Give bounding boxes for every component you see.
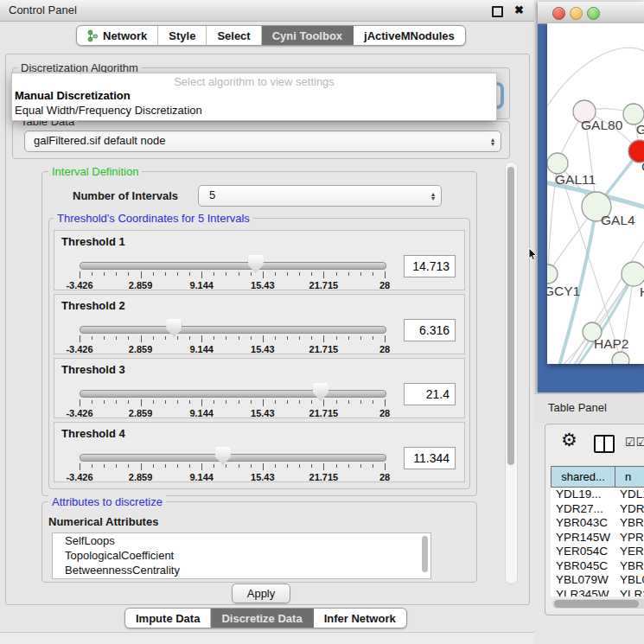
cell-name[interactable]: YDL1 xyxy=(615,488,644,502)
cell-name[interactable]: YPR1 xyxy=(615,531,644,545)
network-canvas[interactable]: GAL80GACGAL11GAL4GCY1HHAP2 xyxy=(547,23,644,364)
threshold-4-panel: Threshold 4 -3.4262.8599.14415.4321.7152… xyxy=(54,422,465,482)
tab-infer-network[interactable]: Infer Network xyxy=(314,609,406,628)
column-header-shared-name[interactable]: shared... xyxy=(552,467,615,487)
zoom-traffic-light[interactable] xyxy=(587,7,600,20)
cell-shared-name[interactable]: YBR043C xyxy=(551,516,615,531)
tab-discretize-data[interactable]: Discretize Data xyxy=(211,609,313,628)
slider-tick-label: 2.859 xyxy=(129,344,153,354)
threshold-3-value-field[interactable]: 21.4 xyxy=(404,383,456,405)
cell-shared-name[interactable]: YLR345W xyxy=(551,588,615,597)
table-panel-header: Table Panel xyxy=(534,393,644,423)
table-row[interactable]: YBR045CYBR0 xyxy=(551,559,644,574)
slider-track[interactable] xyxy=(80,262,386,270)
table-row[interactable]: YDR27...YDR2 xyxy=(551,502,644,517)
table-row[interactable]: YLR345WYLR3 xyxy=(551,588,644,597)
horizontal-scrollbar-thumb[interactable] xyxy=(554,600,639,608)
list-item[interactable]: SelfLoops xyxy=(53,533,430,548)
threshold-1-value-field[interactable]: 14.713 xyxy=(404,255,456,277)
cell-shared-name[interactable]: YER054C xyxy=(551,545,615,559)
slider-tick xyxy=(373,272,373,276)
network-node[interactable] xyxy=(612,352,629,364)
number-of-intervals-combobox[interactable]: 5 ▴▾ xyxy=(198,185,442,207)
slider-tick xyxy=(336,400,337,404)
slider-tick xyxy=(263,399,264,406)
slider-tick-labels: -3.4262.8599.14415.4321.71528 xyxy=(80,344,385,354)
list-item[interactable]: BetweennessCentrality xyxy=(53,563,430,577)
table-row[interactable]: YBR043CYBR0 xyxy=(551,516,644,531)
gear-icon[interactable]: ⚙ xyxy=(561,430,577,450)
vertical-scrollbar-thumb[interactable] xyxy=(507,167,514,465)
slider-tick-labels: -3.4262.8599.14415.4321.71528 xyxy=(80,472,385,482)
table-data-combobox[interactable]: galFiltered.sif default node ▴▾ xyxy=(24,131,501,152)
table-row[interactable]: YBL079WYBL0 xyxy=(551,573,644,588)
slider-track[interactable] xyxy=(80,390,386,398)
cell-shared-name[interactable]: YBR045C xyxy=(551,559,615,574)
slider-tick-label: 15.43 xyxy=(251,280,275,290)
threshold-2-slider[interactable]: -3.4262.8599.14415.4321.71528 xyxy=(80,324,385,352)
network-edge xyxy=(547,48,644,106)
slider-tick xyxy=(336,272,337,276)
slider-handle[interactable] xyxy=(248,255,264,273)
network-node-h[interactable] xyxy=(622,262,644,286)
cell-name[interactable]: YDR2 xyxy=(615,502,644,517)
cell-shared-name[interactable]: YPR145W xyxy=(551,531,615,545)
network-node-gal11[interactable] xyxy=(547,153,568,174)
slider-tick-label: 21.715 xyxy=(309,408,339,418)
float-window-icon[interactable] xyxy=(492,6,503,17)
cell-shared-name[interactable]: YDL19... xyxy=(551,488,615,502)
tab-select[interactable]: Select xyxy=(207,26,261,45)
slider-handle[interactable] xyxy=(166,319,182,337)
table-row[interactable]: YDL19...YDL1 xyxy=(551,488,644,502)
slider-tick-label: 15.43 xyxy=(251,344,275,354)
column-header-name[interactable]: n xyxy=(615,467,644,487)
list-item[interactable]: TopologicalCoefficient xyxy=(53,548,430,563)
cell-shared-name[interactable]: YBL079W xyxy=(551,573,615,588)
dropdown-option-equal-width-frequency[interactable]: Equal Width/Frequency Discretization xyxy=(15,104,202,117)
tab-jactivemnodules[interactable]: jActiveMNodules xyxy=(354,26,465,45)
cell-name[interactable]: YBL0 xyxy=(615,573,644,588)
table-row[interactable]: YER054CYER0 xyxy=(551,545,644,559)
slider-handle[interactable] xyxy=(215,447,231,465)
cell-name[interactable]: YLR3 xyxy=(615,588,644,597)
list-scrollbar-thumb[interactable] xyxy=(422,536,428,572)
slider-track[interactable] xyxy=(80,326,386,334)
tab-impute-data[interactable]: Impute Data xyxy=(125,609,211,628)
tab-network-label: Network xyxy=(103,29,147,42)
slider-tick xyxy=(92,336,92,340)
threshold-4-value-field[interactable]: 11.344 xyxy=(404,447,456,469)
slider-track[interactable] xyxy=(80,454,386,462)
slider-tick xyxy=(348,400,349,404)
slider-tick xyxy=(165,336,166,340)
apply-button[interactable]: Apply xyxy=(232,583,290,603)
slider-tick xyxy=(201,335,202,342)
threshold-1-slider[interactable]: -3.4262.8599.14415.4321.71528 xyxy=(80,260,385,288)
cell-name[interactable]: YBR0 xyxy=(615,516,644,531)
close-traffic-light[interactable] xyxy=(552,7,565,20)
close-icon[interactable]: ✖ xyxy=(514,3,524,16)
slider-tick xyxy=(385,271,386,278)
select-columns-icon[interactable]: ☑☑ xyxy=(625,436,644,449)
slider-tick xyxy=(128,464,129,468)
minimize-traffic-light[interactable] xyxy=(570,7,583,20)
cell-name[interactable]: YBR0 xyxy=(615,559,644,574)
slider-tick xyxy=(128,336,129,340)
threshold-4-slider[interactable]: -3.4262.8599.14415.4321.71528 xyxy=(80,452,385,480)
tab-style[interactable]: Style xyxy=(158,26,207,45)
dropdown-option-manual-discretization[interactable]: Manual Discretization xyxy=(15,89,131,102)
slider-handle[interactable] xyxy=(313,383,328,401)
network-node-gcy1[interactable] xyxy=(547,265,558,284)
tab-network[interactable]: Network xyxy=(77,26,158,45)
table-row[interactable]: YPR145WYPR1 xyxy=(551,531,644,545)
table-panel-title: Table Panel xyxy=(548,401,607,414)
horizontal-scrollbar-track[interactable] xyxy=(552,599,644,609)
cell-name[interactable]: YER0 xyxy=(615,545,644,559)
threshold-2-panel: Threshold 2 -3.4262.8599.14415.4321.7152… xyxy=(54,294,465,354)
slider-tick xyxy=(287,272,288,276)
tab-cyni-toolbox[interactable]: Cyni Toolbox xyxy=(262,26,354,45)
threshold-2-value-field[interactable]: 6.316 xyxy=(404,319,456,341)
cell-shared-name[interactable]: YDR27... xyxy=(551,502,615,517)
threshold-3-slider[interactable]: -3.4262.8599.14415.4321.71528 xyxy=(80,388,385,416)
slider-tick xyxy=(360,272,361,276)
split-pane-icon[interactable] xyxy=(594,435,615,453)
